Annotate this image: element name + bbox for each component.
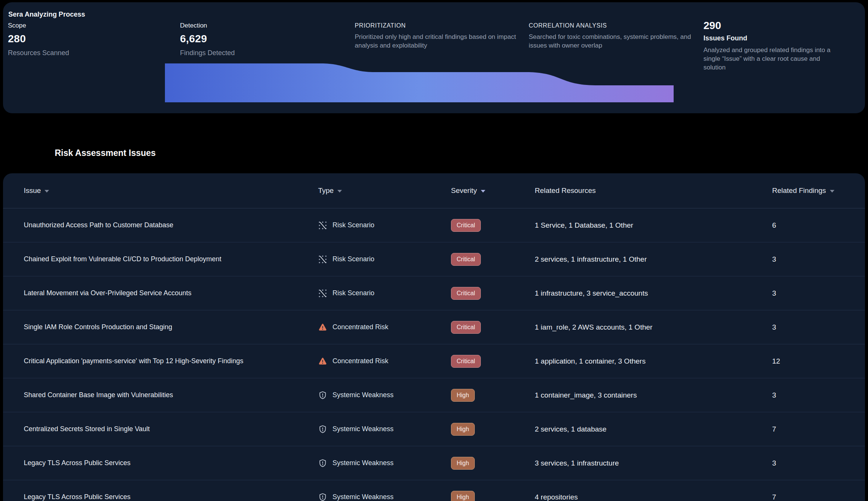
scope-value: 280 — [8, 33, 69, 45]
severity-badge: Critical — [451, 321, 481, 334]
type-cell: Concentrated Risk — [318, 323, 451, 332]
table-row[interactable]: Lateral Movement via Over-Privileged Ser… — [3, 276, 865, 310]
table-row[interactable]: Unauthorized Access Path to Customer Dat… — [3, 208, 865, 242]
analyzing-process-panel: Sera Analyzing Process Scope 280 Resourc… — [3, 2, 865, 113]
related-findings-cell: 3 — [772, 391, 865, 399]
sort-caret-icon — [337, 190, 342, 193]
related-resources-cell: 1 Service, 1 Database, 1 Other — [535, 221, 772, 230]
severity-badge: Critical — [451, 253, 481, 266]
issue-cell: Centralized Secrets Stored in Single Vau… — [24, 425, 318, 433]
table-row[interactable]: Single IAM Role Controls Production and … — [3, 310, 865, 344]
related-findings-cell: 3 — [772, 459, 865, 467]
issue-cell: Chained Exploit from Vulnerable CI/CD to… — [24, 255, 318, 263]
detection-sublabel: Findings Detected — [180, 49, 235, 57]
severity-badge: High — [451, 491, 475, 501]
sort-caret-icon — [481, 190, 485, 193]
related-resources-cell: 1 infrastructure, 3 service_accounts — [535, 289, 772, 298]
column-header-related-findings[interactable]: Related Findings — [772, 187, 865, 195]
scope-label: Scope — [8, 22, 69, 29]
severity-badge: Critical — [451, 219, 481, 232]
shield-alert-icon — [318, 493, 327, 501]
table-row[interactable]: Critical Application 'payments-service' … — [3, 344, 865, 378]
severity-cell: High — [451, 457, 535, 470]
column-header-related-resources-label: Related Resources — [535, 187, 596, 195]
severity-cell: Critical — [451, 287, 535, 300]
column-header-related-findings-label: Related Findings — [772, 187, 826, 195]
related-findings-cell: 12 — [772, 357, 865, 365]
detection-label: Detection — [180, 22, 235, 29]
type-cell: Risk Scenario — [318, 289, 451, 298]
column-header-issue-label: Issue — [24, 187, 41, 195]
prioritization-stage: PRIORITIZATION Prioritized only high and… — [355, 22, 526, 50]
related-findings-cell: 7 — [772, 493, 865, 501]
table-row[interactable]: Legacy TLS Across Public Services System… — [3, 446, 865, 480]
related-resources-cell: 1 container_image, 3 containers — [535, 391, 772, 399]
related-findings-cell: 3 — [772, 255, 865, 264]
severity-badge: High — [451, 423, 475, 436]
route-icon — [318, 255, 327, 264]
type-cell: Systemic Weakness — [318, 425, 451, 434]
warning-triangle-icon — [318, 357, 327, 366]
related-resources-cell: 3 services, 1 infrastructure — [535, 459, 772, 467]
risk-issues-table: Issue Type Severity Related Resources Re… — [3, 173, 865, 501]
related-resources-cell: 2 services, 1 database — [535, 425, 772, 433]
table-body: Unauthorized Access Path to Customer Dat… — [3, 208, 865, 501]
prioritization-label: PRIORITIZATION — [355, 22, 526, 29]
type-cell: Concentrated Risk — [318, 357, 451, 366]
severity-cell: Critical — [451, 253, 535, 266]
table-header-row: Issue Type Severity Related Resources Re… — [3, 173, 865, 208]
related-findings-cell: 3 — [772, 323, 865, 331]
severity-cell: High — [451, 423, 535, 436]
severity-badge: High — [451, 389, 475, 402]
type-cell: Systemic Weakness — [318, 493, 451, 501]
column-header-severity[interactable]: Severity — [451, 187, 535, 195]
shield-alert-icon — [318, 459, 327, 468]
type-cell: Risk Scenario — [318, 221, 451, 230]
funnel-chart — [165, 63, 674, 102]
section-title: Risk Assessment Issues — [55, 148, 156, 158]
detection-stage: Detection 6,629 Findings Detected — [180, 22, 235, 57]
related-resources-cell: 1 iam_role, 2 AWS accounts, 1 Other — [535, 323, 772, 331]
scope-stage: Scope 280 Resources Scanned — [8, 22, 69, 57]
detection-value: 6,629 — [180, 33, 235, 45]
issues-found-description: Analyzed and grouped related findings in… — [703, 46, 832, 72]
issues-found-label: Issues Found — [703, 34, 832, 42]
type-cell: Systemic Weakness — [318, 459, 451, 468]
scope-sublabel: Resources Scanned — [8, 49, 69, 57]
correlation-analysis-label: CORRELATION ANALYSIS — [529, 22, 691, 29]
issue-cell: Shared Container Base Image with Vulnera… — [24, 391, 318, 399]
correlation-analysis-stage: CORRELATION ANALYSIS Searched for toxic … — [529, 22, 691, 50]
issue-cell: Single IAM Role Controls Production and … — [24, 323, 318, 331]
related-findings-cell: 6 — [772, 221, 865, 230]
warning-triangle-icon — [318, 323, 327, 332]
column-header-issue[interactable]: Issue — [24, 187, 318, 195]
severity-badge: High — [451, 457, 475, 470]
route-icon — [318, 289, 327, 298]
severity-cell: High — [451, 491, 535, 501]
table-row[interactable]: Chained Exploit from Vulnerable CI/CD to… — [3, 242, 865, 276]
column-header-severity-label: Severity — [451, 187, 477, 195]
column-header-type[interactable]: Type — [318, 187, 451, 195]
table-row[interactable]: Legacy TLS Across Public Services System… — [3, 480, 865, 501]
severity-cell: Critical — [451, 355, 535, 368]
process-panel-title: Sera Analyzing Process — [8, 11, 85, 18]
issue-cell: Critical Application 'payments-service' … — [24, 357, 318, 365]
issues-found-stage: 290 Issues Found Analyzed and grouped re… — [703, 20, 832, 72]
table-row[interactable]: Centralized Secrets Stored in Single Vau… — [3, 412, 865, 446]
issue-cell: Legacy TLS Across Public Services — [24, 459, 318, 467]
related-resources-cell: 4 repositories — [535, 493, 772, 501]
column-header-type-label: Type — [318, 187, 334, 195]
prioritization-description: Prioritized only high and critical findi… — [355, 32, 526, 50]
table-row[interactable]: Shared Container Base Image with Vulnera… — [3, 378, 865, 412]
shield-alert-icon — [318, 391, 327, 400]
severity-badge: Critical — [451, 355, 481, 368]
route-icon — [318, 221, 327, 230]
issue-cell: Unauthorized Access Path to Customer Dat… — [24, 221, 318, 229]
issue-cell: Legacy TLS Across Public Services — [24, 493, 318, 501]
issues-found-value: 290 — [703, 20, 832, 32]
related-findings-cell: 3 — [772, 289, 865, 298]
severity-cell: Critical — [451, 321, 535, 334]
severity-cell: Critical — [451, 219, 535, 232]
related-resources-cell: 2 services, 1 infrastructure, 1 Other — [535, 255, 772, 264]
type-cell: Systemic Weakness — [318, 391, 451, 400]
